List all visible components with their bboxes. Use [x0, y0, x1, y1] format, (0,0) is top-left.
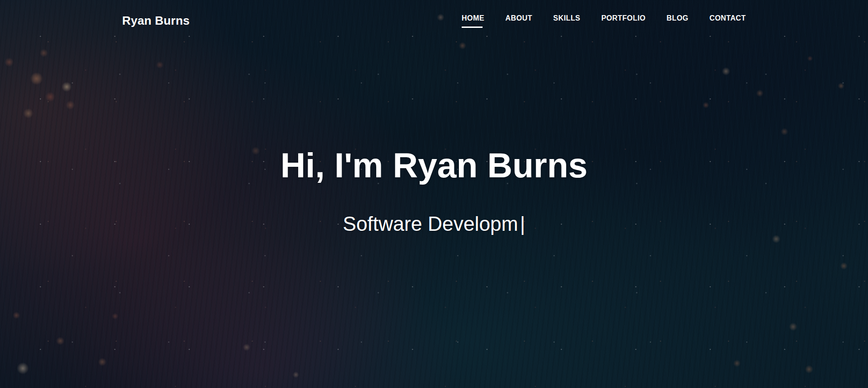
- nav-item-about[interactable]: ABOUT: [505, 14, 532, 22]
- nav-item-blog[interactable]: BLOG: [667, 14, 689, 22]
- hero-heading: Hi, I'm Ryan Burns: [0, 145, 868, 185]
- typed-subtitle: Software Developm|: [0, 211, 868, 237]
- header-container: Ryan Burns HOME ABOUT SKILLS PORTFOLIO B…: [121, 0, 748, 28]
- nav-item-skills[interactable]: SKILLS: [553, 14, 580, 22]
- hero-section: Ryan Burns HOME ABOUT SKILLS PORTFOLIO B…: [0, 0, 868, 388]
- typed-text: Software Developm: [343, 213, 518, 235]
- typing-cursor: |: [520, 211, 525, 237]
- site-header: Ryan Burns HOME ABOUT SKILLS PORTFOLIO B…: [0, 0, 868, 28]
- nav-item-portfolio[interactable]: PORTFOLIO: [601, 14, 646, 22]
- nav-item-contact[interactable]: CONTACT: [710, 14, 746, 22]
- site-logo[interactable]: Ryan Burns: [122, 14, 190, 28]
- hero-content: Hi, I'm Ryan Burns Software Developm|: [0, 0, 868, 237]
- nav-item-home[interactable]: HOME: [462, 14, 484, 28]
- main-nav: HOME ABOUT SKILLS PORTFOLIO BLOG CONTACT: [462, 14, 746, 28]
